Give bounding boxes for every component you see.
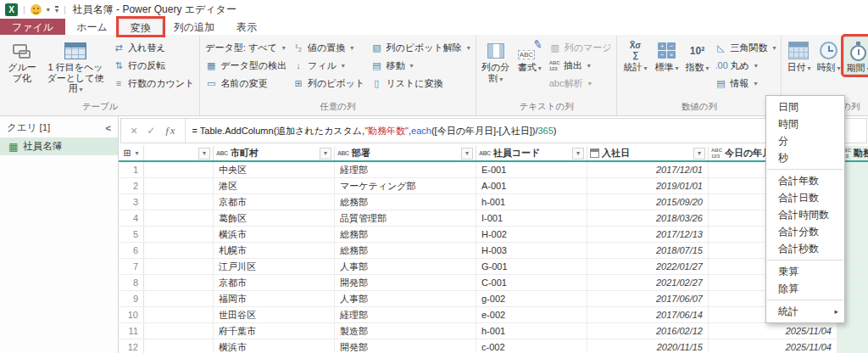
duration-button[interactable]: 期間▾ [843,36,868,75]
use-first-row-as-header-button[interactable]: 1 行目をヘッダーとして使用▾ [42,36,109,94]
reverse-rows-button[interactable]: ⇅行の反転 [110,57,197,75]
grid-cell[interactable]: 府千葉市 [214,323,335,339]
column-header-市町村[interactable]: ABC市町村▾ [214,146,335,160]
row-number[interactable]: 12 [119,339,144,353]
row-number[interactable]: 5 [119,227,144,242]
menu-item-時間[interactable]: 時間 [766,115,844,132]
row-number[interactable]: 9 [119,291,144,306]
statistics-button[interactable]: X̄σ∑ 統計▾ [620,36,650,73]
row-number[interactable]: 2 [119,178,144,193]
move-button[interactable]: ▤移動▾ [368,57,472,75]
grid-cell[interactable]: 開発部 [335,275,476,290]
grid-cell[interactable] [144,243,214,258]
grid-cell[interactable]: 人事部 [335,259,476,274]
grid-cell[interactable]: 港区 [214,178,335,193]
tab-transform[interactable]: 変換 [119,19,163,35]
grid-cell[interactable]: 京都市 [214,275,335,290]
quick-access-toolbar-icon[interactable]: ▾ [55,6,58,14]
row-number[interactable]: 8 [119,275,144,290]
menu-item-分[interactable]: 分 [766,132,844,149]
grid-cell[interactable] [144,227,214,242]
cancel-formula-icon[interactable]: × [131,124,137,137]
rounding-button[interactable]: .00丸め▾ [712,57,778,75]
standard-button[interactable]: +−÷× 標準▾ [651,36,682,73]
column-header-社員コード[interactable]: ABC社員コード▾ [476,146,587,160]
menu-item-合計時間数[interactable]: 合計時間数 [766,206,844,223]
column-header-blank[interactable]: ▾ [144,146,214,160]
grid-cell[interactable]: 2025/11/04 [709,323,837,339]
grid-cell[interactable]: g-002 [476,291,587,306]
column-header-入社日[interactable]: 入社日▾ [587,146,709,160]
fill-button[interactable]: ↓フィル▾ [290,57,367,75]
grid-cell[interactable]: 福岡市 [214,291,335,306]
grid-cell[interactable]: E-001 [476,162,587,177]
grid-cell[interactable]: C-001 [476,275,587,290]
filter-button[interactable]: ▾ [320,148,331,160]
grid-cell[interactable]: 人事部 [335,291,476,306]
grid-cell[interactable]: G-001 [476,259,587,274]
grid-cell[interactable]: 製造部 [335,323,476,339]
grid-cell[interactable]: 2017/06/14 [587,307,709,322]
grid-cell[interactable] [837,339,868,353]
date-button[interactable]: 日付▾ [784,36,813,73]
menu-item-秒[interactable]: 秒 [766,149,844,166]
tab-add-column[interactable]: 列の追加 [163,19,225,35]
grid-cell[interactable]: 世田谷区 [214,307,335,322]
grid-cell[interactable]: 総務部 [335,227,476,242]
grid-cell[interactable]: 2017/12/13 [587,227,709,242]
trigonometry-button[interactable]: ◺三角関数▾ [712,39,778,57]
menu-item-日間[interactable]: 日間 [766,98,844,115]
menu-item-合計分数[interactable]: 合計分数 [766,223,844,240]
grid-cell[interactable]: 総務部 [335,194,476,210]
grid-cell[interactable]: 京都市 [214,194,335,210]
tab-home[interactable]: ホーム [65,19,119,35]
grid-cell[interactable] [837,323,868,339]
row-number[interactable]: 10 [119,307,144,322]
tab-file[interactable]: ファイル [0,19,65,35]
row-number[interactable]: 4 [119,210,144,226]
filter-button[interactable]: ▾ [693,148,705,160]
row-number[interactable]: 6 [119,243,144,258]
row-number[interactable]: 7 [119,259,144,274]
row-number[interactable]: 11 [119,323,144,339]
grid-cell[interactable] [144,307,214,322]
replace-values-button[interactable]: ¹₂値の置換▾ [290,39,367,57]
grid-cell[interactable]: 葛飾区 [214,210,335,226]
format-button[interactable]: ABC✎ 書式▾ [514,36,546,73]
time-button[interactable]: 時刻▾ [814,36,843,73]
grid-cell[interactable]: 2018/03/26 [587,210,709,226]
select-all-corner[interactable]: ⊞▾ [119,146,144,160]
chevron-down-icon[interactable]: ▾ [47,6,50,14]
filter-button[interactable]: ▾ [572,148,584,160]
grid-cell[interactable]: A-001 [476,178,587,193]
information-button[interactable]: ▤情報▾ [712,75,778,92]
grid-cell[interactable] [144,162,214,177]
grid-cell[interactable]: 2015/09/20 [587,194,709,210]
collapse-pane-button[interactable]: < [106,123,111,133]
grid-cell[interactable]: 札幌市 [214,243,335,258]
detect-data-type-button[interactable]: ▦データ型の検出 [203,57,289,75]
grid-cell[interactable]: H-002 [476,227,587,242]
grid-cell[interactable]: 江戸川区 [214,259,335,274]
grid-cell[interactable]: 2016/02/12 [587,323,709,339]
menu-item-統計[interactable]: 統計▸ [766,303,844,320]
grid-cell[interactable]: 2021/02/27 [587,275,709,290]
menu-item-除算[interactable]: 除算 [766,280,844,297]
grid-cell[interactable]: 2018/07/15 [587,243,709,258]
formula-input[interactable]: = Table.AddColumn(追加されたカスタム, "勤務年数", eac… [186,119,866,143]
row-number[interactable]: 3 [119,194,144,210]
grid-cell[interactable]: 2022/01/27 [587,259,709,274]
grid-cell[interactable] [144,339,214,353]
grid-cell[interactable] [144,259,214,274]
menu-item-合計日数[interactable]: 合計日数 [766,189,844,206]
grid-cell[interactable]: h-001 [476,323,587,339]
grid-cell[interactable]: 2020/11/15 [587,339,709,353]
group-by-button[interactable]: グループ化 [3,36,41,83]
menu-item-合計年数[interactable]: 合計年数 [766,172,844,189]
parse-button[interactable]: abc解析▾ [547,75,615,92]
rename-button[interactable]: ▭名前の変更 [203,75,289,92]
grid-cell[interactable]: 2019/01/01 [587,178,709,193]
grid-cell[interactable] [144,323,214,339]
grid-cell[interactable] [144,178,214,193]
split-column-button[interactable]: 列の分割▾ [479,36,513,83]
